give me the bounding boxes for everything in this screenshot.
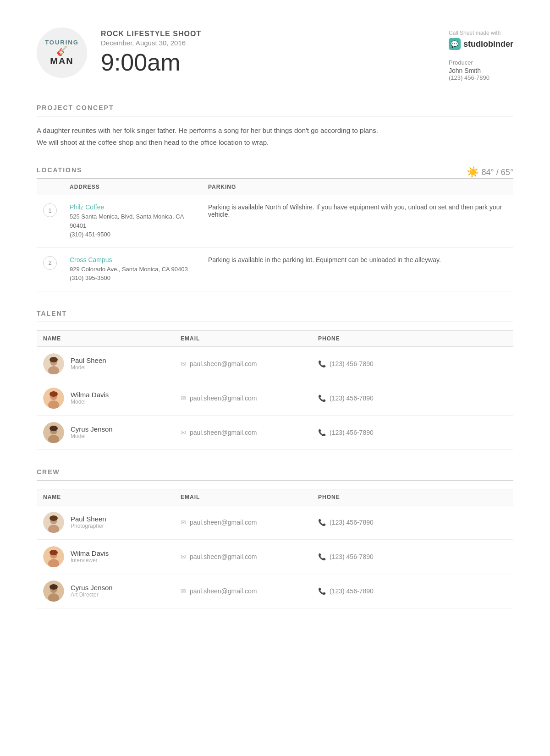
phone-icon: 📞 (318, 360, 326, 367)
concept-section: PROJECT CONCEPT A daughter reunites with… (37, 104, 513, 148)
email-icon: ✉ (181, 429, 186, 436)
email-cell: ✉ paul.sheen@gmail.com (174, 574, 312, 608)
person-name-cell: Wilma Davis Model (37, 381, 174, 415)
crew-section: CREW NAME EMAIL PHONE Paul Sheen Photogr… (37, 468, 513, 608)
location-address-cell: Cross Campus 929 Colorado Ave., Santa Mo… (63, 247, 202, 291)
avatar (43, 422, 64, 443)
email-cell: ✉ paul.sheen@gmail.com (174, 505, 312, 539)
avatar (43, 546, 64, 567)
brand-name: studiobinder (463, 39, 513, 49)
concept-body: A daughter reunites with her folk singer… (37, 125, 513, 148)
avatar (43, 581, 64, 602)
email-value: paul.sheen@gmail.com (190, 553, 257, 560)
locations-section: LOCATIONS ☀️ 84° / 65° ADDRESS PARKING 1… (37, 166, 513, 291)
svg-point-19 (50, 550, 58, 555)
email-cell: ✉ paul.sheen@gmail.com (174, 415, 312, 449)
email-icon: ✉ (181, 360, 186, 367)
studiobinder-brand: 💬 studiobinder (449, 38, 513, 50)
location-parking-cell: Parking is available North of Wilshire. … (202, 195, 513, 248)
person-info: Wilma Davis Model (71, 391, 109, 405)
person-name-cell: Cyrus Jenson Art Director (37, 574, 174, 608)
email-icon: ✉ (181, 394, 186, 402)
phone-value: (123) 456-7890 (330, 360, 374, 367)
table-row: Wilma Davis Interviewer ✉ paul.sheen@gma… (37, 539, 513, 574)
concept-text2: We will shoot at the coffee shop and the… (37, 137, 513, 148)
phone-cell: 📞 (123) 456-7890 (312, 381, 513, 415)
person-role: Art Director (71, 592, 113, 598)
person-info: Paul Sheen Photographer (71, 515, 106, 529)
location-addr: 525 Santa Monica, Blvd, Santa Monica, CA… (70, 212, 195, 239)
phone-cell: 📞 (123) 456-7890 (312, 539, 513, 574)
brand-prefix: studio (463, 39, 488, 49)
phone-cell: 📞 (123) 456-7890 (312, 505, 513, 539)
col-address: ADDRESS (63, 179, 202, 195)
person-role: Model (71, 364, 106, 371)
phone-icon: 📞 (318, 519, 326, 526)
person-name: Paul Sheen (71, 515, 106, 523)
table-row: Paul Sheen Photographer ✉ paul.sheen@gma… (37, 505, 513, 539)
svg-point-11 (50, 426, 58, 431)
producer-phone: (123) 456-7890 (449, 74, 513, 81)
col-num (37, 179, 63, 195)
talent-col-phone: PHONE (312, 330, 513, 346)
table-row: Paul Sheen Model ✉ paul.sheen@gmail.com … (37, 346, 513, 381)
person-name: Cyrus Jenson (71, 584, 113, 592)
talent-col-name: NAME (37, 330, 174, 346)
person-name: Wilma Davis (71, 391, 109, 399)
phone-icon: 📞 (318, 587, 326, 595)
person-name: Cyrus Jenson (71, 425, 113, 433)
email-icon: ✉ (181, 587, 186, 595)
project-date: December, August 30, 2016 (101, 39, 201, 47)
phone-value: (123) 456-7890 (330, 394, 374, 402)
phone-value: (123) 456-7890 (330, 587, 374, 595)
page-header: TOURING 🎸 MAN ROCK LIFESTYLE SHOOT Decem… (37, 27, 513, 81)
svg-point-7 (50, 391, 58, 397)
logo-man: MAN (45, 56, 79, 66)
svg-point-23 (50, 584, 58, 590)
producer-info: Producer John Smith (123) 456-7890 (449, 59, 513, 81)
talent-col-email: EMAIL (174, 330, 312, 346)
person-name-cell: Cyrus Jenson Model (37, 415, 174, 449)
location-name: Philz Coffee (70, 203, 195, 211)
logo-guitar-icon: 🎸 (45, 46, 79, 56)
logo: TOURING 🎸 MAN (37, 27, 87, 78)
person-role: Interviewer (71, 557, 109, 564)
table-row: Cyrus Jenson Art Director ✉ paul.sheen@g… (37, 574, 513, 608)
svg-point-3 (50, 357, 58, 362)
talent-section: TALENT NAME EMAIL PHONE Paul Sheen Model (37, 310, 513, 450)
email-value: paul.sheen@gmail.com (190, 360, 257, 367)
avatar (43, 388, 64, 409)
weather-icon: ☀️ (467, 166, 479, 178)
person-name: Wilma Davis (71, 549, 109, 557)
header-left: TOURING 🎸 MAN ROCK LIFESTYLE SHOOT Decem… (37, 27, 201, 78)
producer-label: Producer (449, 59, 513, 66)
table-row: Wilma Davis Model ✉ paul.sheen@gmail.com… (37, 381, 513, 415)
phone-icon: 📞 (318, 553, 326, 560)
person-info: Wilma Davis Interviewer (71, 549, 109, 564)
avatar (43, 512, 64, 533)
email-cell: ✉ paul.sheen@gmail.com (174, 346, 312, 381)
location-num: 1 (37, 195, 63, 248)
person-role: Photographer (71, 523, 106, 529)
header-right: Call Sheet made with 💬 studiobinder Prod… (449, 27, 513, 81)
location-parking-cell: Parking is available in the parking lot.… (202, 247, 513, 291)
email-value: paul.sheen@gmail.com (190, 394, 257, 402)
locations-table: ADDRESS PARKING 1 Philz Coffee 525 Santa… (37, 179, 513, 291)
email-cell: ✉ paul.sheen@gmail.com (174, 539, 312, 574)
brand-suffix: binder (488, 39, 513, 49)
logo-touring: TOURING (45, 39, 79, 46)
person-name-cell: Paul Sheen Model (37, 346, 174, 381)
person-name-cell: Wilma Davis Interviewer (37, 539, 174, 574)
svg-point-15 (50, 515, 58, 521)
email-icon: ✉ (181, 519, 186, 526)
locations-header: LOCATIONS ☀️ 84° / 65° (37, 166, 513, 178)
table-row: 1 Philz Coffee 525 Santa Monica, Blvd, S… (37, 195, 513, 248)
producer-name: John Smith (449, 67, 513, 74)
location-name: Cross Campus (70, 256, 195, 263)
locations-title: LOCATIONS (37, 166, 82, 178)
person-info: Cyrus Jenson Model (71, 425, 113, 439)
phone-value: (123) 456-7890 (330, 553, 374, 560)
person-role: Model (71, 433, 113, 439)
person-name-cell: Paul Sheen Photographer (37, 505, 174, 539)
talent-title: TALENT (37, 310, 513, 322)
